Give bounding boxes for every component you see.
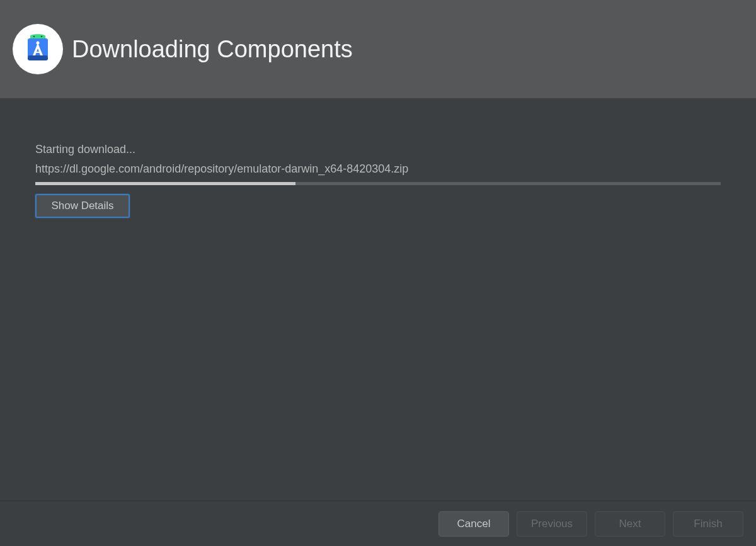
cancel-button[interactable]: Cancel — [438, 511, 509, 537]
android-studio-icon — [20, 31, 55, 67]
download-url: https://dl.google.com/android/repository… — [35, 159, 721, 179]
svg-point-4 — [37, 42, 40, 45]
dialog-header: Downloading Components — [0, 0, 756, 98]
progress-fill — [35, 182, 295, 185]
svg-point-1 — [41, 36, 43, 38]
next-button: Next — [595, 511, 665, 537]
svg-point-0 — [33, 36, 35, 38]
show-details-button[interactable]: Show Details — [35, 194, 130, 218]
content-area: Starting download... https://dl.google.c… — [0, 98, 756, 501]
finish-button: Finish — [673, 511, 743, 537]
app-icon — [13, 24, 63, 74]
svg-rect-5 — [35, 52, 40, 53]
status-text: Starting download... — [35, 140, 721, 159]
page-title: Downloading Components — [72, 36, 353, 63]
svg-rect-3 — [28, 55, 48, 60]
dialog-footer: Cancel Previous Next Finish — [0, 501, 756, 546]
progress-bar — [35, 182, 721, 185]
previous-button: Previous — [517, 511, 587, 537]
